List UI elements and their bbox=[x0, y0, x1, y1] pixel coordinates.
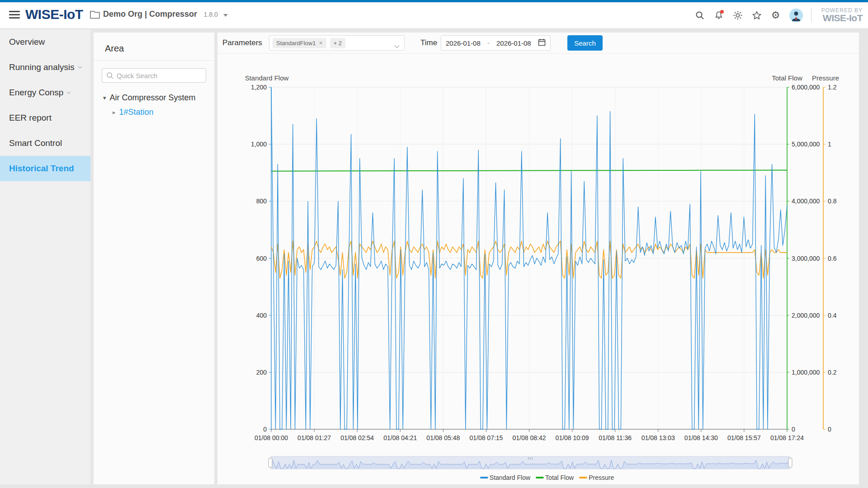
series-total-flow bbox=[271, 170, 787, 171]
sidebar-item-label: Historical Trend bbox=[9, 164, 74, 174]
org-selector[interactable]: Demo Org | Compressor 1.8.0 bbox=[103, 9, 228, 19]
divider bbox=[94, 60, 214, 61]
notification-dot bbox=[720, 10, 724, 14]
datazoom-handle-right[interactable] bbox=[788, 458, 792, 467]
star-icon[interactable] bbox=[751, 10, 762, 21]
x-axis-tick: 01/08 01:27 bbox=[297, 434, 331, 441]
right-axis1-tick: 6,000,000 bbox=[792, 84, 820, 91]
right-axis1-tick: 5,000,000 bbox=[792, 141, 820, 148]
right-axis2-tick: 0.6 bbox=[828, 255, 837, 262]
tree-item-air-compressor-system[interactable]: ▾ Air Compressor System bbox=[94, 91, 214, 104]
chart-legend: Standard Flow Total Flow Pressure bbox=[480, 474, 614, 481]
x-axis-tick: 01/08 05:48 bbox=[426, 434, 460, 441]
x-axis-tick: 01/08 13:03 bbox=[642, 434, 675, 441]
left-axis-tick: 800 bbox=[256, 197, 267, 205]
x-axis-tick: 01/08 08:42 bbox=[513, 434, 546, 441]
x-axis-tick: 01/08 02:54 bbox=[340, 434, 374, 441]
sidebar-item-historical-trend[interactable]: Historical Trend bbox=[0, 156, 90, 181]
legend-label: Pressure bbox=[589, 474, 614, 481]
right-axis2-tick: 0.8 bbox=[828, 197, 837, 205]
sidebar-item-energy-consp[interactable]: Energy Consp bbox=[0, 80, 90, 105]
tree-item-label: 1#Station bbox=[119, 108, 154, 117]
sidebar-item-running-analysis[interactable]: Running analysis bbox=[0, 55, 90, 80]
caret-down-icon[interactable]: ▾ bbox=[103, 94, 106, 101]
sidebar-item-eer-report[interactable]: EER report bbox=[0, 105, 90, 131]
left-axis-tick: 0 bbox=[263, 426, 267, 433]
x-axis-tick: 01/08 17:24 bbox=[770, 434, 804, 441]
x-axis-tick: 01/08 00:00 bbox=[255, 434, 288, 441]
app-version: 1.8.0 bbox=[204, 11, 218, 18]
chevron-down-icon bbox=[223, 14, 228, 17]
legend-item-pressure[interactable]: Pressure bbox=[579, 474, 614, 481]
search-icon[interactable] bbox=[694, 10, 705, 21]
chevron-down-icon bbox=[78, 64, 82, 68]
org-name: Demo Org | Compressor bbox=[103, 9, 197, 19]
search-icon bbox=[106, 71, 114, 81]
sidebar-item-overview[interactable]: Overview bbox=[0, 29, 90, 55]
left-axis-tick: 200 bbox=[256, 369, 267, 376]
notifications-icon[interactable] bbox=[713, 10, 724, 21]
right-axis1-tick: 1,000,000 bbox=[792, 369, 820, 376]
x-axis-tick: 01/08 15:57 bbox=[727, 434, 761, 441]
right-axis1-tick: 2,000,000 bbox=[792, 312, 820, 319]
powered-by-line2: WISE-IoT bbox=[821, 13, 863, 23]
right-axis2-tick: 1.2 bbox=[828, 84, 837, 91]
right-axis1-tick: 4,000,000 bbox=[792, 197, 820, 205]
legend-label: Total Flow bbox=[545, 474, 574, 481]
chevron-down-icon bbox=[67, 89, 71, 94]
brightness-icon[interactable] bbox=[732, 10, 743, 21]
sidebar-item-label: Energy Consp bbox=[9, 88, 63, 98]
sidebar-item-label: Overview bbox=[9, 37, 45, 47]
quick-search-input[interactable] bbox=[102, 68, 206, 83]
sidebar-item-label: EER report bbox=[9, 113, 52, 123]
header-divider bbox=[811, 9, 811, 22]
settings-icon[interactable]: ⚙ bbox=[770, 10, 781, 21]
x-axis-tick: 01/08 10:09 bbox=[556, 434, 589, 441]
right-axis2-tick: 0.4 bbox=[828, 312, 837, 319]
area-panel: Area ▾ Air Compressor System ▸ 1#Station bbox=[94, 33, 214, 484]
area-tree: ▾ Air Compressor System ▸ 1#Station bbox=[94, 91, 214, 120]
left-axis-tick: 1,000 bbox=[251, 141, 267, 148]
right-axis2-tick: 0.2 bbox=[828, 369, 837, 376]
app-header: WISE-IoT Demo Org | Compressor 1.8.0 ⚙ P… bbox=[0, 0, 868, 29]
right-axis1-tick: 0 bbox=[792, 426, 795, 433]
avatar[interactable] bbox=[789, 9, 803, 22]
tree-item-label: Air Compressor System bbox=[110, 93, 196, 103]
datazoom-handle-left[interactable] bbox=[269, 458, 272, 467]
caret-right-icon[interactable]: ▸ bbox=[113, 109, 116, 116]
sidebar-nav: Overview Running analysis Energy Consp E… bbox=[0, 29, 90, 484]
menu-icon[interactable] bbox=[9, 11, 20, 19]
legend-label: Standard Flow bbox=[490, 474, 530, 481]
legend-dash bbox=[536, 477, 544, 479]
x-axis-tick: 01/08 07:15 bbox=[469, 434, 503, 441]
right-axis2-tick: 1 bbox=[828, 141, 831, 148]
sidebar-item-label: Running analysis bbox=[9, 62, 75, 72]
legend-item-standard-flow[interactable]: Standard Flow bbox=[480, 474, 530, 481]
sidebar-item-smart-control[interactable]: Smart Control bbox=[0, 131, 90, 156]
left-axis-tick: 600 bbox=[256, 255, 267, 262]
legend-dash bbox=[480, 477, 488, 479]
left-axis-tick: 400 bbox=[256, 312, 267, 319]
left-axis-tick: 1,200 bbox=[251, 84, 267, 91]
right-axis1-tick: 3,000,000 bbox=[792, 255, 820, 262]
legend-dash bbox=[579, 477, 587, 479]
area-panel-title: Area bbox=[94, 33, 214, 60]
legend-item-total-flow[interactable]: Total Flow bbox=[536, 474, 574, 481]
powered-by: POWERED BY WISE-IoT bbox=[820, 8, 863, 23]
x-axis-tick: 01/08 04:21 bbox=[383, 434, 417, 441]
main-panel: Parameters StandardFlow1 × + 2 Time 2026… bbox=[217, 33, 859, 484]
right-axis2-tick: 0 bbox=[828, 426, 831, 433]
tree-item-1-station[interactable]: ▸ 1#Station bbox=[94, 104, 214, 120]
trend-chart: 1,2006,000,0001.21,0005,000,00018004,000… bbox=[217, 33, 859, 484]
app-logo: WISE-IoT bbox=[25, 7, 83, 22]
datazoom-slider[interactable] bbox=[269, 456, 792, 469]
folder-icon bbox=[90, 10, 100, 21]
x-axis-tick: 01/08 14:30 bbox=[684, 434, 718, 441]
x-axis-tick: 01/08 11:36 bbox=[599, 434, 632, 441]
sidebar-item-label: Smart Control bbox=[9, 138, 62, 148]
